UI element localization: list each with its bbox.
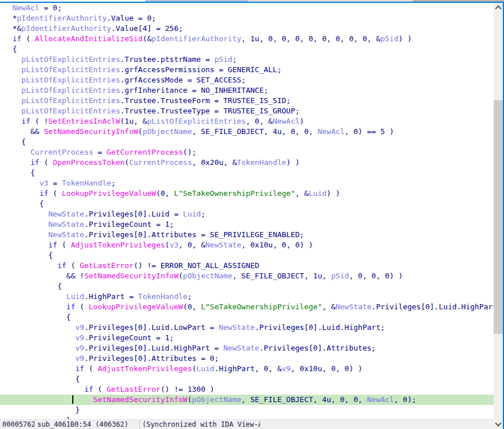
code-token: v3 [40,179,49,187]
code-line[interactable]: v3 = TokenHandle; [0,178,494,188]
code-line[interactable]: { [0,199,494,209]
code-token: v9 [75,354,84,363]
code-token: AllocateAndInitializeSid [35,34,143,43]
code-line[interactable]: if ( GetLastError() != ERROR_NOT_ALL_ASS… [0,261,494,271]
code-token: ( [75,302,88,311]
code-token: GetCurrentProcess [107,148,183,156]
code-line[interactable]: CurrentProcess = GetCurrentProcess(); [0,147,494,158]
code-token: pListOfExplicitEntries [21,107,120,115]
code-token: if [21,117,30,125]
code-line[interactable]: pListOfExplicitEntries.Trustee.TrusteeTy… [0,106,494,116]
code-token: .Value = 0; [107,14,156,22]
code-line[interactable]: { [0,44,494,54]
code-token: NewState [224,344,260,352]
code-line[interactable]: { [0,168,494,178]
code-line[interactable]: pListOfExplicitEntries.grfInheritance = … [0,85,494,96]
code-token: v9 [75,323,84,332]
code-line[interactable]: { [0,374,494,384]
code-line[interactable]: pListOfExplicitEntries.Trustee.TrusteeFo… [0,96,494,106]
code-line[interactable]: if ( LookupPrivilegeValueW(0, L"SeTakeOw… [0,302,494,312]
code-line[interactable]: if ( AdjustTokenPrivileges(v3, 0, &NewSt… [0,240,494,250]
code-token: pSid [380,34,398,43]
vertical-scrollbar[interactable] [494,3,503,429]
code-token: .Privileges[0].Attributes = 0; [84,354,219,363]
code-line[interactable]: if ( OpenProcessToken(CurrentProcess, 0x… [0,158,494,168]
code-token [3,179,40,187]
code-line[interactable]: if ( !SetEntriesInAclW(1u, &pListOfExpli… [0,116,494,127]
code-line[interactable]: v9.Privileges[0].Attributes = 0; [0,353,494,364]
code-line[interactable]: pListOfExplicitEntries.grfAccessMode = S… [0,75,494,85]
code-line[interactable]: if ( AllocateAndInitializeSid(&pIdentifi… [0,34,494,44]
code-line[interactable]: *pIdentifierAuthority.Value = 0; [0,13,494,23]
code-token: NewState [219,323,255,332]
code-token: v9 [282,364,291,373]
code-token: .Privileges[0].Attributes = SE_PRIVILEGE… [84,230,304,239]
code-line[interactable]: if ( AdjustTokenPrivileges(Luid.HighPart… [0,364,494,374]
code-line[interactable]: NewState.PrivilegeCount = 1; [0,219,494,230]
highlighted-code-line[interactable]: SetNamedSecurityInfoW(pObjectName, SE_FI… [0,395,494,405]
code-token: ( [84,364,97,373]
code-token: ( ! [30,117,48,125]
code-line[interactable]: { [0,250,494,261]
code-token [3,344,75,352]
code-token: NewAcl [318,127,345,136]
code-token: ) ) [398,34,412,43]
code-line[interactable]: { [0,281,494,292]
code-token: { [3,251,53,259]
code-line[interactable]: pListOfExplicitEntries.grfAccessPermissi… [0,65,494,75]
code-line[interactable]: if ( LookupPrivilegeValueW(0, L"SeTakeOw… [0,188,494,199]
code-token [3,65,21,74]
code-line[interactable]: v9.Privileges[0].Luid.LowPart = NewState… [0,322,494,333]
scrollbar-thumb[interactable] [494,100,503,334]
code-token: pListOfExplicitEntries [21,96,120,105]
code-token: if [67,302,76,311]
code-token: SetNamedSecurityInfoW [84,271,178,280]
code-token [3,96,21,105]
code-line[interactable]: NewState.Privileges[0].Attributes = SE_P… [0,230,494,240]
code-token: Luid [183,210,201,218]
code-token: pListOfExplicitEntries [21,76,120,84]
code-token: .grfAccessPermissions = GENERIC_ALL; [120,65,282,74]
code-token: Luid [197,364,214,373]
code-line[interactable]: v9.Privileges[0].Luid.HighPart = NewStat… [0,343,494,353]
code-token: NewState [48,210,84,218]
code-token: .Privileges[0].Luid = [84,210,183,218]
code-line[interactable]: { [0,137,494,147]
code-line[interactable]: { [0,312,494,322]
code-token: , 0x10u, 0, 0) ) [291,364,362,373]
code-line[interactable]: } [0,405,494,415]
code-token: NewAcl [273,117,300,125]
code-editor[interactable]: NewAcl = 0; *pIdentifierAuthority.Value … [0,3,494,419]
code-token: TokenHandle [138,292,187,301]
code-line[interactable]: NewState.Privileges[0].Luid = Luid; [0,209,494,219]
code-line[interactable]: NewAcl = 0; [0,3,494,13]
code-token [3,323,75,332]
code-line[interactable]: v9.PrivilegeCount = 1; [0,333,494,343]
code-line[interactable]: } [0,415,494,419]
code-token: , & [322,302,335,311]
code-token: , 0) == 5 ) [345,127,394,136]
code-token: , 0, 0, 0) ) [349,271,403,280]
code-token [3,86,21,95]
code-line[interactable]: pListOfExplicitEntries.Trustee.ptstrName… [0,54,494,65]
code-line[interactable]: *&pIdentifierAuthority.Value[4] = 256; [0,23,494,34]
chevron-down-icon [495,420,501,426]
code-line[interactable]: && !SetNamedSecurityInfoW(pObjectName, S… [0,271,494,281]
scroll-down-button[interactable] [494,419,503,428]
code-token: ( [165,241,170,249]
code-token: CurrentProcess [30,148,93,156]
code-token: ( [93,385,107,393]
code-token: .Trustee.ptstrName = [120,55,214,64]
code-token [3,76,21,84]
code-token: ( [48,189,61,198]
code-token: AdjustTokenPrivileges [71,241,165,249]
code-token: v9 [75,333,84,342]
code-token: ( [21,34,34,43]
code-line[interactable]: && SetNamedSecurityInfoW(pObjectName, SE… [0,127,494,137]
scroll-up-button[interactable] [494,3,503,12]
code-token: () != ERROR_NOT_ALL_ASSIGNED [134,261,259,270]
code-line[interactable]: if ( GetLastError() != 1300 ) [0,384,494,395]
code-line[interactable]: Luid.HighPart = TokenHandle; [0,292,494,302]
code-token: SetEntriesInAclW [48,117,120,125]
code-token: pSid [331,271,349,280]
